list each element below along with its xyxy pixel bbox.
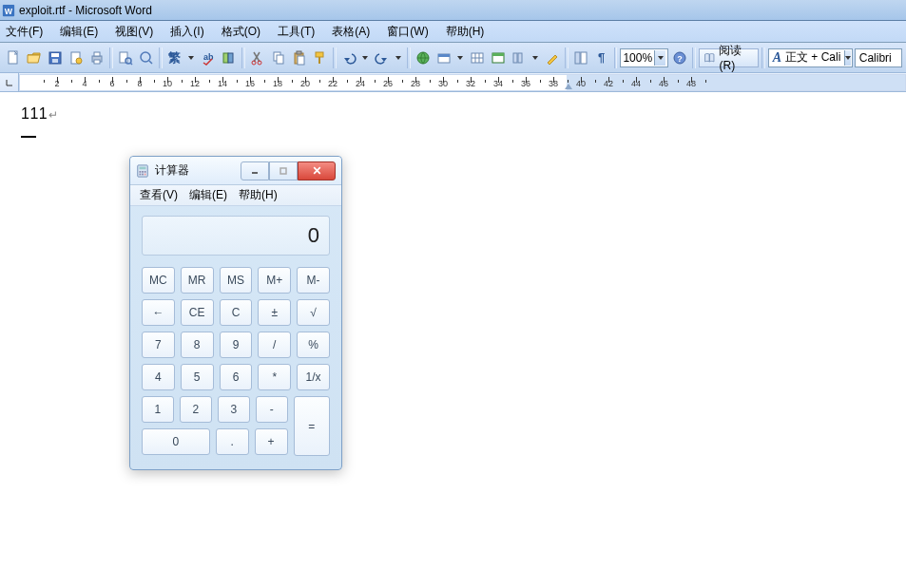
- calc-menu-view[interactable]: 查看(V): [140, 187, 178, 203]
- drawing-icon[interactable]: [543, 47, 562, 68]
- font-combo[interactable]: Calibri: [855, 48, 902, 67]
- chevron-down-icon[interactable]: [844, 50, 851, 66]
- calc-menu-help[interactable]: 帮助(H): [239, 187, 278, 203]
- menu-edit[interactable]: 编辑(E): [58, 22, 100, 42]
- calc-key-equals[interactable]: =: [294, 396, 330, 456]
- ruler-tick: [71, 80, 72, 83]
- zoom-combo[interactable]: 100%: [620, 48, 668, 67]
- ruler-tick: [112, 77, 113, 83]
- calc-key-backspace[interactable]: ←: [142, 299, 175, 326]
- tab-align-icon[interactable]: [0, 73, 19, 91]
- zoom-page-icon[interactable]: [137, 47, 156, 68]
- calc-key-decimal[interactable]: .: [216, 428, 249, 455]
- calc-titlebar[interactable]: 计算器: [130, 157, 341, 185]
- ruler-tick: [471, 77, 472, 83]
- calc-key-percent[interactable]: %: [297, 332, 330, 358]
- calc-key-3[interactable]: 3: [218, 396, 250, 423]
- calc-key-mplus[interactable]: M+: [258, 267, 291, 294]
- doc-map-icon[interactable]: [571, 47, 590, 68]
- calc-key-5[interactable]: 5: [181, 364, 214, 390]
- calc-key-sqrt[interactable]: √: [297, 299, 330, 326]
- research-icon[interactable]: [220, 47, 239, 68]
- svg-rect-49: [145, 171, 146, 173]
- permissions-icon[interactable]: [67, 47, 86, 68]
- calc-menu-edit[interactable]: 编辑(E): [189, 187, 227, 203]
- calc-key-9[interactable]: 9: [220, 332, 253, 358]
- minimize-button[interactable]: [241, 161, 269, 180]
- save-icon[interactable]: [46, 47, 65, 68]
- menu-help[interactable]: 帮助(H): [444, 22, 487, 42]
- calc-key-plus[interactable]: +: [255, 428, 288, 455]
- insert-worksheet-icon[interactable]: [489, 47, 508, 68]
- menu-table[interactable]: 表格(A): [330, 22, 372, 42]
- calc-display-value: 0: [308, 223, 319, 248]
- calc-key-minus[interactable]: -: [256, 396, 288, 423]
- toolbar-dropdown-icon[interactable]: [530, 47, 541, 68]
- tables-borders-icon[interactable]: [434, 47, 453, 68]
- open-icon[interactable]: [25, 47, 44, 68]
- horizontal-ruler[interactable]: 2468101214161820222426283032343638404244…: [19, 74, 906, 91]
- format-painter-icon[interactable]: [311, 47, 330, 68]
- close-button[interactable]: [298, 161, 336, 180]
- calc-key-8[interactable]: 8: [181, 332, 214, 358]
- calc-key-1[interactable]: 1: [142, 396, 174, 423]
- toolbar-dropdown-icon[interactable]: [394, 47, 404, 68]
- spellcheck-icon[interactable]: ab: [199, 47, 218, 68]
- svg-rect-18: [228, 53, 233, 63]
- traditional-chinese-icon[interactable]: 繁: [165, 47, 184, 68]
- calc-key-negate[interactable]: ±: [258, 299, 291, 326]
- style-combo[interactable]: A 正文 + Cali: [768, 48, 853, 67]
- ruler-tick: [167, 77, 168, 83]
- zoom-value: 100%: [623, 51, 652, 65]
- calc-key-mc[interactable]: MC: [142, 267, 175, 294]
- calc-key-0[interactable]: 0: [142, 428, 210, 455]
- calc-key-2[interactable]: 2: [180, 396, 212, 423]
- cut-icon[interactable]: [248, 47, 267, 68]
- calc-key-7[interactable]: 7: [142, 332, 175, 358]
- calc-key-mr[interactable]: MR: [181, 267, 214, 294]
- svg-rect-9: [94, 52, 100, 56]
- menu-view[interactable]: 视图(V): [113, 22, 155, 42]
- menu-file[interactable]: 文件(F): [4, 22, 45, 42]
- hyperlink-icon[interactable]: [414, 47, 433, 68]
- chevron-down-icon[interactable]: [654, 50, 665, 66]
- svg-rect-54: [280, 168, 286, 174]
- toolbar-dropdown-icon[interactable]: [455, 47, 466, 68]
- right-indent-marker[interactable]: [565, 84, 572, 89]
- toolbar-dropdown-icon[interactable]: [186, 47, 197, 68]
- new-doc-icon[interactable]: [4, 47, 23, 68]
- undo-icon[interactable]: [339, 47, 358, 68]
- ruler-tick: [540, 80, 541, 83]
- columns-icon[interactable]: [510, 47, 529, 68]
- ruler-tick: [443, 77, 444, 83]
- menu-insert[interactable]: 插入(I): [168, 22, 205, 42]
- menu-format[interactable]: 格式(O): [220, 22, 262, 42]
- calc-key-c[interactable]: C: [220, 299, 253, 326]
- calc-key-reciprocal[interactable]: 1/x: [297, 364, 330, 390]
- paste-icon[interactable]: [290, 47, 309, 68]
- calc-key-ce[interactable]: CE: [181, 299, 214, 326]
- print-preview-icon[interactable]: [116, 47, 135, 68]
- calc-key-multiply[interactable]: *: [258, 364, 291, 390]
- calc-key-4[interactable]: 4: [142, 364, 175, 390]
- copy-icon[interactable]: [269, 47, 288, 68]
- calc-key-ms[interactable]: MS: [220, 267, 253, 294]
- redo-icon[interactable]: [373, 47, 392, 68]
- menu-window[interactable]: 窗口(W): [385, 22, 430, 42]
- svg-rect-40: [518, 53, 522, 63]
- ruler-tick: [512, 80, 513, 83]
- reading-mode-button[interactable]: 阅读(R): [699, 48, 759, 67]
- print-icon[interactable]: [87, 47, 106, 68]
- ruler-tick: [57, 77, 58, 83]
- help-icon[interactable]: ?: [670, 47, 689, 68]
- calc-key-6[interactable]: 6: [220, 364, 253, 390]
- svg-point-7: [76, 58, 82, 64]
- calc-key-divide[interactable]: /: [258, 332, 291, 358]
- insert-table-icon[interactable]: [468, 47, 487, 68]
- toolbar-dropdown-icon[interactable]: [360, 47, 371, 68]
- calc-key-mminus[interactable]: M-: [297, 267, 330, 294]
- calculator-window[interactable]: 计算器 查看(V) 编辑(E) 帮助(H) 0 MC MR MS M+ M- ←…: [129, 156, 342, 470]
- menu-tools[interactable]: 工具(T): [276, 22, 317, 42]
- show-marks-icon[interactable]: ¶: [592, 47, 611, 68]
- svg-rect-4: [51, 53, 59, 57]
